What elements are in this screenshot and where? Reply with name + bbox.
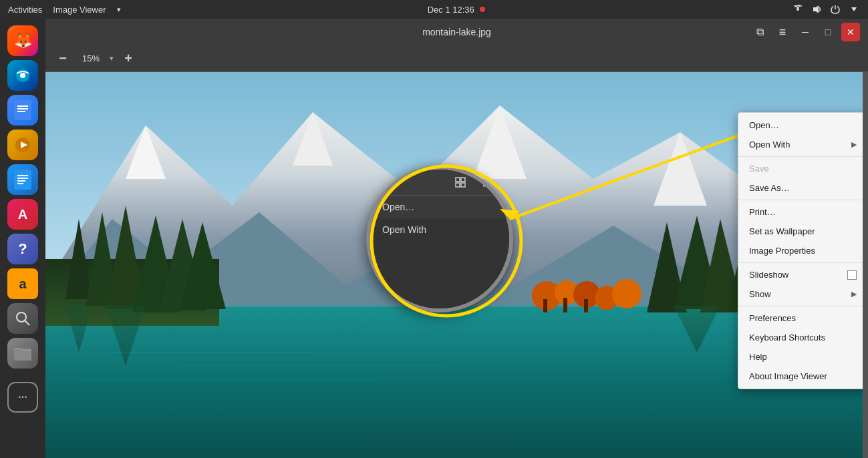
dock-item-thunderbird[interactable]: [7, 60, 38, 91]
dock-item-help[interactable]: ?: [7, 234, 38, 264]
svg-rect-13: [17, 178, 28, 179]
dock-item-amazon[interactable]: a: [7, 268, 38, 299]
zoom-level-display: 15%: [78, 53, 104, 63]
svg-marker-1: [813, 5, 819, 13]
dock-item-apps[interactable]: ···: [7, 382, 38, 413]
menu-item-keyboard-shortcuts[interactable]: Keyboard Shortcuts: [738, 328, 867, 347]
audio-icon[interactable]: [811, 3, 823, 15]
system-arrow-icon[interactable]: [848, 3, 860, 15]
zoom-in-button[interactable]: +: [119, 49, 138, 68]
menu-item-about[interactable]: About Image Viewer: [738, 367, 867, 386]
recording-dot: [480, 7, 485, 12]
menu-item-wallpaper[interactable]: Set as Wallpaper: [738, 222, 867, 241]
svg-point-4: [20, 73, 25, 78]
svg-rect-47: [543, 299, 547, 312]
slideshow-checkbox[interactable]: [847, 270, 857, 280]
dock-item-files[interactable]: [7, 338, 38, 369]
app-name-label[interactable]: Image Viewer: [53, 5, 106, 15]
svg-rect-48: [563, 298, 567, 312]
menu-separator-2: [738, 200, 867, 200]
image-area: Open… Open With Open… Open With: [45, 72, 868, 458]
svg-rect-60: [483, 178, 494, 180]
menu-button[interactable]: ≡: [773, 23, 792, 41]
menu-item-preferences[interactable]: Preferences: [738, 308, 867, 328]
power-icon[interactable]: [829, 3, 841, 15]
dock-item-docs[interactable]: [7, 95, 38, 126]
svg-rect-57: [461, 178, 465, 182]
minimize-button[interactable]: ─: [796, 23, 815, 41]
dock-item-firefox[interactable]: 🦊: [7, 25, 38, 56]
datetime-label: Dec 1 12:36: [428, 5, 474, 15]
menu-item-image-properties[interactable]: Image Properties: [738, 241, 867, 260]
app-menu-arrow[interactable]: ▾: [117, 5, 121, 14]
svg-marker-2: [851, 7, 857, 11]
svg-line-17: [25, 320, 29, 325]
menu-item-help[interactable]: Help: [738, 347, 867, 367]
menu-item-open[interactable]: Open…: [738, 116, 867, 135]
open-with-arrow: ▶: [851, 140, 857, 149]
scrollbar[interactable]: [863, 72, 868, 458]
topbar-center: Dec 1 12:36: [428, 5, 485, 15]
titlebar: montain-lake.jpg ⧉ ≡ ─ □ ✕: [45, 19, 868, 45]
titlebar-controls: ⧉ ≡ ─ □ ✕: [750, 23, 860, 41]
dropdown-menu: Open… Open With ▶ Save Save As… Print… S…: [738, 112, 868, 389]
svg-point-46: [612, 279, 641, 308]
maximize-button[interactable]: □: [819, 23, 837, 41]
shrink-button[interactable]: ⧉: [750, 23, 769, 41]
svg-rect-15: [17, 183, 23, 184]
network-icon[interactable]: [792, 3, 804, 15]
menu-separator-3: [738, 262, 867, 263]
close-button[interactable]: ✕: [841, 23, 860, 41]
menu-item-slideshow[interactable]: Slideshow: [738, 265, 867, 284]
dock-item-rhythmbox[interactable]: [7, 130, 38, 160]
menu-item-show[interactable]: Show ▶: [738, 284, 867, 304]
mag-menu-icon[interactable]: [480, 174, 497, 191]
svg-rect-59: [461, 183, 465, 187]
svg-rect-5: [14, 100, 31, 120]
svg-rect-56: [456, 178, 460, 182]
topbar: Activities Image Viewer ▾ Dec 1 12:36: [0, 0, 868, 19]
magnifier-circle: Open… Open With: [366, 166, 513, 312]
svg-rect-58: [456, 183, 460, 187]
svg-rect-12: [17, 175, 28, 176]
mag-open-item[interactable]: Open…: [370, 196, 509, 218]
zoom-dropdown-arrow[interactable]: ▾: [110, 54, 114, 63]
dock-item-search[interactable]: [7, 303, 38, 334]
svg-rect-6: [17, 105, 28, 107]
dock-item-writer[interactable]: [7, 164, 38, 195]
svg-rect-49: [584, 299, 588, 312]
dock-item-appstore[interactable]: A: [7, 199, 38, 230]
svg-rect-11: [14, 170, 31, 190]
svg-rect-7: [17, 108, 28, 109]
window-title: montain-lake.jpg: [53, 27, 860, 37]
svg-rect-14: [17, 180, 25, 182]
toolbar: − 15% ▾ +: [45, 45, 868, 72]
svg-rect-62: [483, 185, 494, 187]
dock: 🦊 A ? a: [0, 19, 45, 458]
topbar-right: [792, 3, 860, 15]
topbar-left: Activities Image Viewer ▾: [8, 5, 121, 15]
app-window: montain-lake.jpg ⧉ ≡ ─ □ ✕ − 15% ▾ +: [45, 19, 868, 458]
zoom-out-button[interactable]: −: [53, 49, 72, 68]
menu-separator-4: [738, 306, 867, 306]
mag-shrink-icon[interactable]: [452, 174, 469, 191]
menu-item-save: Save: [738, 159, 867, 178]
activities-label[interactable]: Activities: [8, 5, 42, 15]
magnifier-content: Open… Open With: [370, 170, 509, 308]
menu-item-open-with[interactable]: Open With ▶: [738, 135, 867, 154]
show-arrow: ▶: [851, 290, 857, 298]
svg-rect-61: [483, 182, 494, 184]
svg-point-16: [17, 312, 26, 322]
mag-openwith-item[interactable]: Open With: [370, 218, 509, 241]
menu-item-save-as[interactable]: Save As…: [738, 178, 867, 198]
menu-separator-1: [738, 156, 867, 157]
menu-item-print[interactable]: Print…: [738, 202, 867, 222]
svg-rect-8: [17, 111, 25, 112]
